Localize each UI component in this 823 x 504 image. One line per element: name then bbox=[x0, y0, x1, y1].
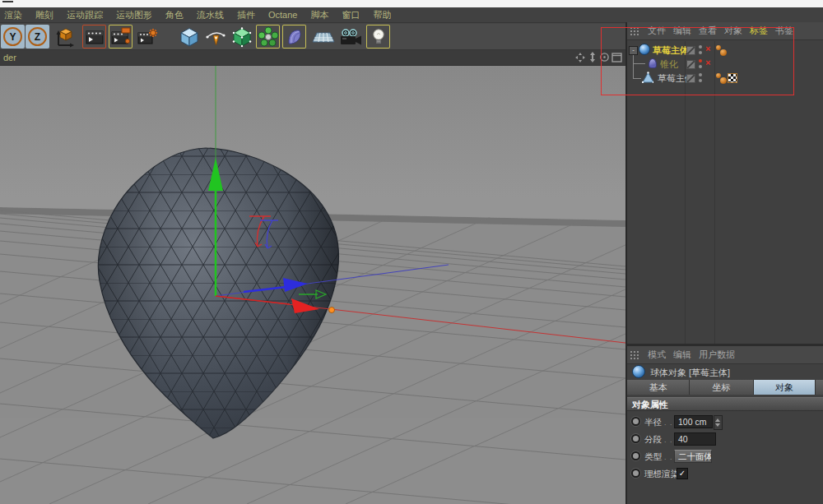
menu-render[interactable]: 渲染 bbox=[4, 9, 22, 21]
spline-pen-button[interactable] bbox=[203, 25, 227, 49]
am-menu-edit[interactable]: 编辑 bbox=[673, 349, 691, 361]
panel-handle-icon[interactable] bbox=[630, 351, 640, 359]
keyframe-dot[interactable] bbox=[631, 434, 640, 443]
coordinate-system-button[interactable] bbox=[51, 25, 81, 49]
axis-end-dot[interactable] bbox=[329, 307, 335, 313]
tab-object[interactable]: 对象 bbox=[754, 380, 816, 395]
pen-icon bbox=[205, 26, 226, 48]
property-segments: 分段. . . 40 bbox=[627, 432, 823, 447]
menu-pipeline[interactable]: 流水线 bbox=[197, 9, 224, 21]
property-type: 类型. . . 二十面体 bbox=[627, 449, 823, 465]
array-flower-icon bbox=[258, 26, 279, 48]
floor-button[interactable] bbox=[309, 25, 338, 49]
attribute-object-header: 球体对象 [草莓主体] bbox=[627, 363, 823, 381]
attribute-tabs: 基本 坐标 对象 bbox=[627, 380, 823, 395]
menu-mograph[interactable]: 运动图形 bbox=[116, 9, 152, 21]
deformer-button[interactable] bbox=[282, 25, 306, 49]
bend-deformer-icon bbox=[284, 26, 305, 48]
main-toolbar: Y Z bbox=[0, 24, 625, 50]
z-axis-icon: Z bbox=[28, 27, 47, 46]
add-primitive-cube-button[interactable] bbox=[177, 25, 201, 49]
light-bulb-icon bbox=[368, 26, 389, 48]
axis-cube-icon bbox=[54, 26, 77, 48]
render-picture-viewer-icon bbox=[110, 26, 132, 48]
menu-motion-tracker[interactable]: 运动跟踪 bbox=[67, 9, 103, 21]
subdivision-surface-button[interactable] bbox=[230, 25, 253, 49]
menu-help[interactable]: 帮助 bbox=[373, 9, 391, 21]
green-cube-icon bbox=[231, 26, 253, 48]
keyframe-dot[interactable] bbox=[631, 469, 640, 478]
render-settings-gear-icon bbox=[137, 26, 158, 48]
menu-plugins[interactable]: 插件 bbox=[237, 9, 255, 21]
viewport-title-bar: der bbox=[0, 50, 625, 66]
cube-icon bbox=[179, 26, 200, 48]
sphere-object-icon bbox=[632, 365, 645, 378]
render-settings-button[interactable] bbox=[135, 25, 159, 49]
annotation-rectangle bbox=[601, 27, 794, 95]
viewport-scene bbox=[0, 66, 625, 504]
viewport-zoom-icon[interactable] bbox=[587, 51, 597, 63]
floor-grid-icon bbox=[311, 26, 336, 48]
segments-input[interactable]: 40 bbox=[674, 432, 716, 446]
main-menu-bar: 渲染 雕刻 运动跟踪 运动图形 角色 流水线 插件 Octane 脚本 窗口 帮… bbox=[0, 7, 823, 23]
c4d-window: 渲染 雕刻 运动跟踪 运动图形 角色 流水线 插件 Octane 脚本 窗口 帮… bbox=[0, 0, 823, 504]
menu-octane[interactable]: Octane bbox=[268, 10, 297, 20]
y-axis-lock-button[interactable]: Y bbox=[1, 25, 25, 49]
render-perfect-checkbox[interactable]: ✓ bbox=[677, 468, 688, 479]
am-menu-userdata[interactable]: 用户数据 bbox=[699, 349, 735, 361]
attribute-manager-menu: 模式 编辑 用户数据 bbox=[627, 346, 823, 364]
menu-script[interactable]: 脚本 bbox=[310, 9, 328, 21]
keyframe-dot[interactable] bbox=[631, 417, 640, 426]
menu-window[interactable]: 窗口 bbox=[342, 9, 360, 21]
y-axis-icon: Y bbox=[3, 27, 22, 46]
array-generator-button[interactable] bbox=[256, 25, 280, 49]
radius-input[interactable]: 100 cm bbox=[674, 415, 713, 428]
am-menu-mode[interactable]: 模式 bbox=[648, 349, 666, 361]
viewport-pan-icon[interactable] bbox=[574, 51, 585, 63]
render-picture-viewer-button[interactable] bbox=[109, 25, 133, 49]
radius-stepper[interactable] bbox=[714, 415, 723, 430]
keyframe-dot[interactable] bbox=[631, 451, 640, 460]
render-view-button[interactable] bbox=[82, 25, 106, 49]
property-radius: 半径. . . 100 cm bbox=[627, 414, 823, 430]
menu-character[interactable]: 角色 bbox=[165, 9, 184, 21]
tab-basic[interactable]: 基本 bbox=[627, 380, 690, 395]
camera-button[interactable] bbox=[337, 25, 366, 49]
type-dropdown[interactable]: 二十面体 bbox=[674, 450, 712, 463]
tab-partial[interactable] bbox=[816, 380, 823, 395]
top-window-strip bbox=[0, 0, 823, 7]
property-render-perfect: 理想渲染 ✓ bbox=[627, 466, 823, 482]
attribute-object-title: 球体对象 [草莓主体] bbox=[650, 367, 730, 379]
object-properties-header: 对象属性 bbox=[627, 397, 823, 411]
tab-coordinates[interactable]: 坐标 bbox=[690, 380, 753, 395]
viewport[interactable] bbox=[0, 66, 625, 504]
light-button[interactable] bbox=[366, 25, 390, 49]
property-label: 理想渲染 bbox=[644, 469, 679, 480]
menu-sculpt[interactable]: 雕刻 bbox=[35, 9, 53, 21]
camera-icon bbox=[338, 26, 365, 48]
z-axis-lock-button[interactable]: Z bbox=[26, 25, 49, 49]
render-clapper-icon bbox=[84, 26, 105, 48]
viewport-title: der bbox=[0, 53, 16, 62]
